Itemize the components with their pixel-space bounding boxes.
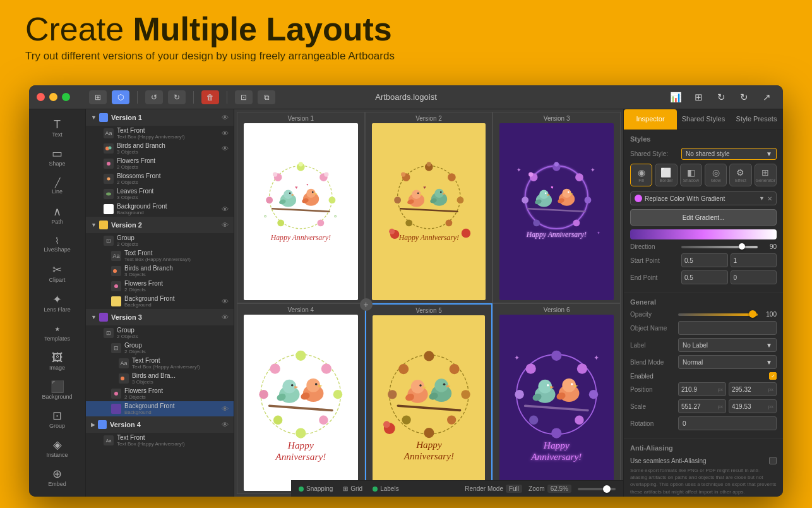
- artboard-v5[interactable]: + Version 5: [365, 303, 493, 495]
- line-tool[interactable]: ╱ Line: [35, 172, 80, 200]
- background-tool[interactable]: ⬛ Background: [35, 377, 80, 404]
- position-x[interactable]: 210.9 px: [678, 382, 726, 396]
- shape-tool[interactable]: ▭ Shape: [35, 143, 80, 171]
- layer-bg-v1[interactable]: Background Front Background 👁: [86, 202, 234, 217]
- tab-style-presets[interactable]: Style Presets: [730, 109, 783, 130]
- maximize-button[interactable]: [62, 93, 70, 101]
- rotation-input[interactable]: 0: [678, 416, 777, 430]
- layer-birds-v3[interactable]: Birds and Bra... 3 Objects: [86, 371, 234, 386]
- svg-point-140: [529, 415, 538, 424]
- artboard-v1[interactable]: Version 1: [237, 112, 365, 303]
- labels-control[interactable]: Labels: [373, 485, 398, 492]
- blend-mode-select[interactable]: Normal ▼: [678, 355, 777, 369]
- version4-header[interactable]: ▶ Version 4 👁: [86, 416, 234, 433]
- layer-icon[interactable]: ⊞: [89, 90, 107, 104]
- edit-gradient-button[interactable]: Edit Gradient...: [630, 209, 777, 226]
- fill-button[interactable]: ◉ Fill: [630, 164, 652, 186]
- grid-control[interactable]: ⊞ Grid: [343, 485, 362, 492]
- instance-tool[interactable]: ◈ Instance: [35, 435, 80, 463]
- zoom-control[interactable]: Zoom 62.5%: [528, 485, 571, 493]
- share-right-icon[interactable]: ↻: [735, 90, 753, 104]
- end-point-y[interactable]: 0: [731, 270, 777, 284]
- shared-style-select[interactable]: No shared style ▼: [681, 148, 777, 160]
- object-name-input[interactable]: [678, 321, 777, 335]
- sync-icon-right[interactable]: ↻: [712, 90, 730, 104]
- effect-button[interactable]: ⚙ Effect: [729, 164, 751, 186]
- version1-header[interactable]: ▼ Version 1 👁: [86, 109, 234, 126]
- layer-bg-v3[interactable]: Background Front Background 👁: [86, 401, 234, 416]
- export-right-icon[interactable]: ↗: [758, 90, 775, 104]
- version2-eye[interactable]: 👁: [222, 221, 229, 229]
- opacity-slider[interactable]: [678, 313, 758, 316]
- layer-bg-v2[interactable]: Background Front Background 👁: [86, 294, 234, 309]
- layer-eye-birds-v1[interactable]: 👁: [222, 145, 229, 152]
- undo-button[interactable]: ↺: [145, 90, 163, 104]
- layer-group2-v3[interactable]: ⊡ Group 2 Objects: [86, 341, 234, 356]
- layer-group-v2[interactable]: ⊡ Group 2 Objects: [86, 233, 234, 248]
- duplicate-button[interactable]: ⊡: [235, 90, 253, 104]
- scale-y[interactable]: 419.53 px: [729, 399, 777, 413]
- artboard-v3[interactable]: Version 3: [493, 112, 621, 303]
- replace-color-close[interactable]: ✕: [767, 195, 772, 202]
- chart-icon[interactable]: 📊: [667, 90, 684, 104]
- layer-text-v3[interactable]: Aa Text Front Text Box (Happy Anniversar…: [86, 356, 234, 371]
- label-select[interactable]: No Label ▼: [678, 338, 777, 352]
- artboard-v2[interactable]: Version 2: [365, 112, 493, 303]
- svg-point-139: [515, 389, 524, 398]
- embed-tool[interactable]: ⊕ Embed: [35, 464, 80, 492]
- enabled-checkbox[interactable]: ✓: [769, 372, 777, 380]
- layer-text-v2[interactable]: Aa Text Front Text Box (Happy Anniversay…: [86, 248, 234, 263]
- arrange-icon[interactable]: ⊞: [690, 90, 707, 104]
- version3-header[interactable]: ▼ Version 3 👁: [86, 309, 234, 325]
- end-point-x[interactable]: 0.5: [681, 270, 728, 284]
- layer-text-front-v1[interactable]: Aa Text Front Text Box (Happy Anniversar…: [86, 126, 234, 141]
- position-y[interactable]: 295.32 px: [729, 382, 777, 396]
- start-point-y[interactable]: 1: [731, 253, 777, 267]
- artboard-v4[interactable]: Version 4: [237, 303, 365, 495]
- scale-x[interactable]: 551.27 px: [678, 399, 726, 413]
- image-tool[interactable]: 🖼 Image: [35, 348, 80, 375]
- redo-button[interactable]: ↻: [168, 90, 186, 104]
- layer-birds-v2[interactable]: Birds and Branch 3 Objects: [86, 263, 234, 279]
- seamless-aa-checkbox[interactable]: [769, 457, 777, 464]
- layer-blossoms-v1[interactable]: Blossoms Front 2 Objects: [86, 171, 234, 186]
- minimize-button[interactable]: [49, 93, 57, 101]
- layer-eye-bg-v1[interactable]: 👁: [222, 205, 229, 213]
- zoom-slider[interactable]: [578, 488, 616, 490]
- layer-flowers-v2[interactable]: Flowers Front 2 Objects: [86, 279, 234, 294]
- tab-shared-styles[interactable]: Shared Styles: [677, 109, 730, 130]
- arrange-button[interactable]: ⧉: [258, 90, 275, 104]
- layer-text-v4[interactable]: Aa Text Front Text Box (Happy Anniversar…: [86, 433, 234, 448]
- delete-button[interactable]: 🗑: [201, 90, 219, 104]
- add-artboard-button[interactable]: +: [360, 298, 373, 311]
- liveshape-tool[interactable]: ⌇ LiveShape: [35, 231, 80, 258]
- start-point-x[interactable]: 0.5: [681, 253, 728, 267]
- templates-tool[interactable]: ⭑ Templates: [35, 318, 80, 346]
- version2-header[interactable]: ▼ Version 2 👁: [86, 217, 234, 233]
- direction-slider[interactable]: [681, 246, 758, 248]
- generator-button[interactable]: ⊞ Generator: [755, 164, 777, 186]
- canvas-area[interactable]: Version 1: [234, 109, 623, 497]
- lensflare-tool[interactable]: ✦ Lens Flare: [35, 289, 80, 317]
- render-mode[interactable]: Render Mode Full: [465, 485, 522, 493]
- text-tool[interactable]: T Text: [35, 114, 80, 142]
- snapping-control[interactable]: Snapping: [299, 485, 333, 492]
- replace-color-toggle[interactable]: ▼: [759, 195, 765, 202]
- layer-eye-v1-text[interactable]: 👁: [222, 130, 229, 137]
- path-tool[interactable]: ∧ Path: [35, 202, 80, 229]
- glow-button[interactable]: ◎ Glow: [705, 164, 727, 186]
- clipart-tool[interactable]: ✂ Clipart: [35, 260, 80, 287]
- layer-flowers-v3[interactable]: Flowers Front 2 Objects: [86, 386, 234, 401]
- close-button[interactable]: [37, 93, 45, 101]
- tab-inspector[interactable]: Inspector: [624, 109, 677, 130]
- layer-leaves-v1[interactable]: Leaves Front 3 Objects: [86, 186, 234, 202]
- layer-group1-v3[interactable]: ⊡ Group 2 Objects: [86, 325, 234, 341]
- group-tool[interactable]: ⊡ Group: [35, 406, 80, 433]
- layer-birds-v1[interactable]: Birds and Branch 3 Objects 👁: [86, 141, 234, 156]
- artboard-tool[interactable]: ⬡: [112, 90, 129, 104]
- border-button[interactable]: ⬜ Border: [655, 164, 677, 186]
- layer-flowers-v1[interactable]: Flowers Front 2 Objects: [86, 156, 234, 171]
- artboard-v6[interactable]: Version 6: [493, 303, 621, 495]
- shadow-button[interactable]: ◧ Shadow: [680, 164, 702, 186]
- version1-eye[interactable]: 👁: [222, 114, 229, 121]
